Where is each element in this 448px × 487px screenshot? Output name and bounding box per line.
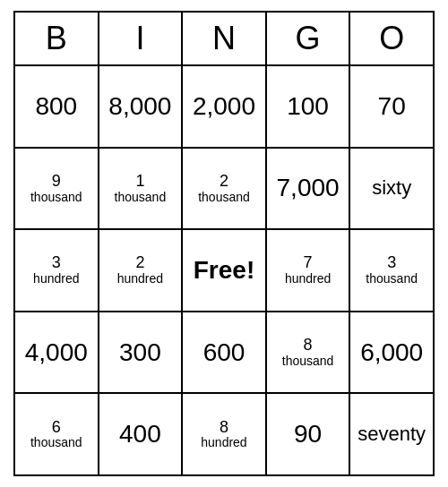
- header-letter: B: [15, 13, 99, 64]
- cell-value: 7,000: [277, 174, 340, 202]
- bingo-row: 3hundred2hundredFree!7hundred3thousand: [15, 230, 433, 312]
- bingo-cell: 7hundred: [267, 230, 351, 311]
- bingo-row: 8008,0002,00010070: [15, 66, 433, 149]
- cell-bottom: thousand: [282, 355, 334, 368]
- header-letter: I: [99, 13, 184, 64]
- bingo-cell: 90: [267, 394, 351, 474]
- bingo-card: BINGO 8008,0002,000100709thousand1thousa…: [13, 11, 435, 476]
- bingo-cell: 70: [350, 66, 433, 147]
- header-letter: G: [267, 13, 351, 64]
- cell-bottom: hundred: [285, 272, 331, 286]
- cell-word: seventy: [358, 423, 426, 446]
- cell-top: 9: [52, 173, 61, 191]
- cell-word: sixty: [372, 176, 411, 200]
- bingo-cell: 3hundred: [15, 230, 99, 311]
- bingo-header: BINGO: [15, 13, 433, 66]
- bingo-cell: 8thousand: [267, 312, 351, 393]
- bingo-cell: 4,000: [15, 312, 99, 393]
- cell-value: 2,000: [193, 92, 255, 121]
- cell-top: 2: [135, 254, 144, 272]
- bingo-cell: 100: [267, 66, 351, 147]
- bingo-cell: 8hundred: [183, 394, 267, 474]
- cell-top: 6: [52, 419, 61, 437]
- bingo-cell: 3thousand: [350, 230, 433, 311]
- cell-top: 3: [52, 254, 61, 272]
- cell-bottom: hundred: [33, 272, 79, 286]
- bingo-cell: 6thousand: [15, 394, 99, 474]
- bingo-cell: 6,000: [350, 312, 433, 393]
- bingo-cell: 600: [183, 312, 267, 393]
- free-space: Free!: [194, 256, 254, 285]
- bingo-cell: 400: [99, 394, 184, 474]
- bingo-cell: 2hundred: [99, 230, 184, 311]
- cell-top: 8: [304, 337, 313, 355]
- bingo-cell: 2thousand: [183, 149, 267, 229]
- bingo-body: 8008,0002,000100709thousand1thousand2tho…: [15, 66, 433, 474]
- cell-bottom: thousand: [30, 191, 82, 204]
- cell-top: 1: [135, 173, 144, 191]
- bingo-cell: seventy: [350, 394, 433, 474]
- cell-top: 3: [387, 254, 396, 272]
- bingo-cell: 2,000: [183, 66, 267, 147]
- cell-value: 400: [119, 420, 161, 449]
- bingo-cell: sixty: [350, 149, 433, 229]
- cell-value: 8,000: [108, 92, 171, 121]
- bingo-cell: 300: [99, 312, 184, 393]
- cell-value: 4,000: [25, 338, 88, 367]
- cell-value: 100: [287, 92, 329, 121]
- cell-top: 2: [220, 173, 228, 191]
- bingo-row: 6thousand4008hundred90seventy: [15, 394, 433, 474]
- bingo-cell: 1thousand: [99, 149, 184, 229]
- cell-value: 300: [119, 338, 161, 367]
- cell-value: 800: [35, 92, 77, 121]
- cell-bottom: thousand: [198, 191, 250, 204]
- cell-value: 600: [203, 338, 246, 367]
- cell-value: 70: [378, 92, 406, 121]
- cell-value: 90: [294, 420, 322, 449]
- header-letter: O: [350, 13, 433, 64]
- bingo-row: 9thousand1thousand2thousand7,000sixty: [15, 149, 433, 231]
- cell-bottom: thousand: [115, 191, 167, 204]
- cell-bottom: thousand: [366, 272, 418, 286]
- cell-bottom: hundred: [201, 436, 246, 449]
- cell-bottom: hundred: [117, 272, 163, 286]
- bingo-cell: 800: [15, 66, 99, 147]
- bingo-cell: 8,000: [99, 66, 184, 147]
- bingo-row: 4,0003006008thousand6,000: [15, 312, 433, 395]
- cell-top: 8: [220, 419, 228, 437]
- header-letter: N: [183, 13, 267, 64]
- bingo-cell: 7,000: [267, 149, 351, 229]
- cell-top: 7: [304, 254, 313, 272]
- bingo-cell: Free!: [183, 230, 267, 311]
- bingo-cell: 9thousand: [15, 149, 99, 229]
- cell-bottom: thousand: [30, 436, 82, 449]
- cell-value: 6,000: [360, 338, 423, 367]
